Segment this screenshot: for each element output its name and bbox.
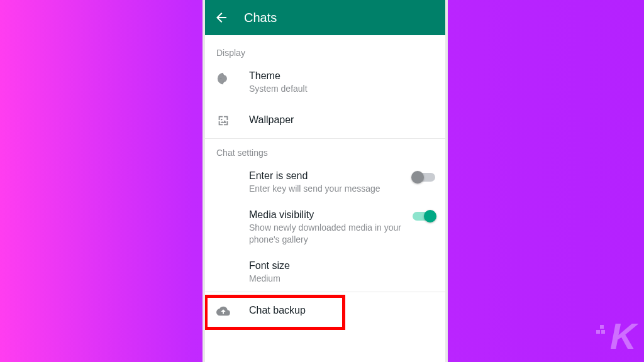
theme-title: Theme (249, 70, 435, 82)
theme-icon (216, 72, 230, 85)
section-header-chat-settings: Chat settings (205, 139, 445, 163)
wallpaper-item[interactable]: Wallpaper (205, 102, 445, 138)
theme-item[interactable]: Theme System default (205, 63, 445, 102)
watermark-dots-icon (596, 324, 608, 349)
chat-backup-item[interactable]: Chat backup (205, 292, 445, 329)
cloud-upload-icon (216, 304, 230, 318)
font-size-title: Font size (249, 260, 435, 272)
font-size-subtitle: Medium (249, 273, 435, 284)
watermark: K (596, 315, 635, 357)
enter-is-send-toggle[interactable] (413, 173, 435, 182)
theme-subtitle: System default (249, 83, 435, 94)
settings-content: Display Theme System default (205, 39, 445, 329)
watermark-text: K (610, 315, 635, 357)
wallpaper-title: Wallpaper (249, 114, 435, 126)
enter-is-send-subtitle: Enter key will send your message (249, 183, 408, 194)
chat-backup-title: Chat backup (249, 305, 435, 316)
arrow-left-icon (214, 10, 229, 25)
media-visibility-item[interactable]: Media visibility Show newly downloaded m… (205, 202, 445, 252)
media-visibility-toggle[interactable] (413, 212, 435, 221)
back-button[interactable] (214, 10, 229, 25)
section-header-display: Display (205, 39, 445, 63)
font-size-item[interactable]: Font size Medium (205, 253, 445, 292)
chat-backup-wrapper: Chat backup (205, 292, 445, 329)
media-visibility-title: Media visibility (249, 209, 408, 221)
wallpaper-icon (216, 114, 230, 128)
app-bar: Chats (205, 0, 445, 35)
phone-frame: Chats Display Theme System default (203, 0, 448, 362)
media-visibility-subtitle: Show newly downloaded media in your phon… (249, 222, 408, 244)
app-bar-title: Chats (244, 11, 277, 25)
enter-is-send-title: Enter is send (249, 170, 408, 182)
svg-point-0 (221, 119, 222, 120)
enter-is-send-item[interactable]: Enter is send Enter key will send your m… (205, 163, 445, 202)
